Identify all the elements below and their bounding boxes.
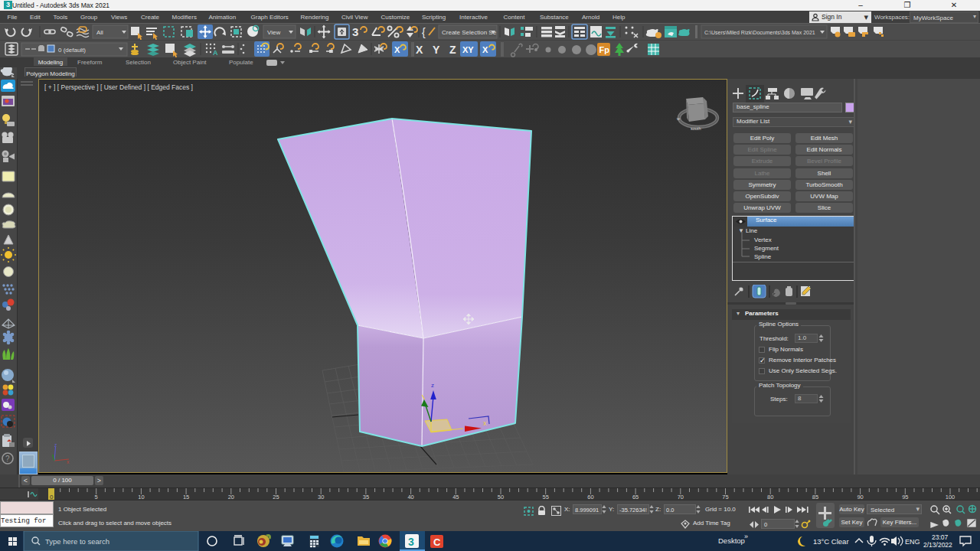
svg-text:Type here to search: Type here to search xyxy=(45,537,109,546)
svg-text:13°C Clear: 13°C Clear xyxy=(813,537,849,546)
svg-text:X: X xyxy=(416,44,423,56)
svg-text:z: z xyxy=(431,382,434,389)
svg-text:Fp: Fp xyxy=(599,45,610,54)
svg-text:Y: Y xyxy=(433,44,440,56)
svg-text:Desktop: Desktop xyxy=(718,536,745,545)
svg-text:»: » xyxy=(744,533,748,540)
svg-text:x: x xyxy=(483,419,487,427)
svg-text:23:07: 23:07 xyxy=(932,533,949,541)
svg-text:View: View xyxy=(267,29,280,36)
svg-text:2/13/2022: 2/13/2022 xyxy=(923,541,952,549)
svg-text:?: ? xyxy=(5,455,10,463)
svg-text:x: x xyxy=(67,459,70,465)
svg-text:ENG: ENG xyxy=(905,538,920,546)
svg-text:3: 3 xyxy=(408,536,414,548)
svg-text:Z: Z xyxy=(449,44,456,56)
svg-text:C:\Users\Miled Rizk\Documents\: C:\Users\Miled Rizk\Documents\3ds Max 20… xyxy=(704,30,815,35)
svg-text:z: z xyxy=(54,442,57,448)
svg-text:X: X xyxy=(394,45,400,54)
svg-text:Create Selection Se: Create Selection Se xyxy=(442,29,497,36)
svg-text:0 (default): 0 (default) xyxy=(58,47,86,54)
svg-text:w: w xyxy=(676,116,680,121)
svg-text:X: X xyxy=(482,45,488,54)
svg-text:All: All xyxy=(96,29,103,36)
svg-text:[ + ] [ Perspective ] [ User D: [ + ] [ Perspective ] [ User Defined ] [… xyxy=(44,83,193,91)
svg-text:south: south xyxy=(691,126,701,131)
svg-text:XY: XY xyxy=(462,45,474,54)
svg-text:3: 3 xyxy=(352,25,358,38)
svg-text:C: C xyxy=(433,536,441,548)
svg-text:A: A xyxy=(213,49,218,57)
svg-text:{: { xyxy=(422,26,426,38)
